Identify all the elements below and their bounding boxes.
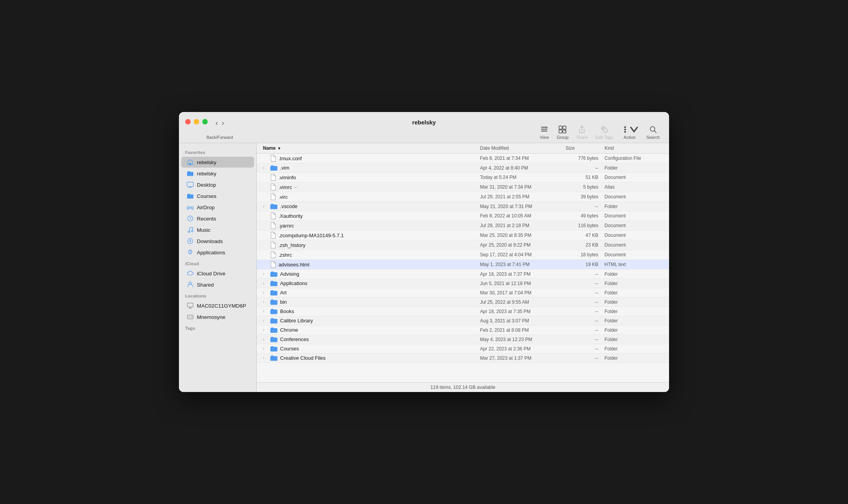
expand-arrow-icon[interactable]: ›	[263, 166, 268, 170]
file-name-text: Art	[280, 290, 287, 296]
table-row[interactable]: advisees.html May 1, 2023 at 7:41 PM 19 …	[257, 260, 669, 270]
table-row[interactable]: .zsh_history Apr 25, 2020 at 9:22 PM 23 …	[257, 240, 669, 250]
file-kind-text: Folder	[604, 290, 663, 296]
desktop-icon	[187, 181, 194, 188]
expand-arrow-icon[interactable]: ›	[263, 328, 268, 332]
sidebar-item-courses[interactable]: Courses	[181, 191, 254, 201]
toolbar: rebelsky ‹ › Back/Forward View	[179, 112, 669, 143]
file-kind-text: Document	[604, 252, 663, 257]
back-button[interactable]: ‹	[214, 118, 219, 128]
file-kind-text: Document	[604, 175, 663, 180]
table-row[interactable]: .virc Jul 29, 2021 at 2:55 PM 39 bytes D…	[257, 192, 669, 202]
doc-file-icon	[270, 251, 276, 258]
table-row[interactable]: › Conferences May 4, 2023 at 12:23 PM --…	[257, 335, 669, 344]
sidebar-item-rebelsky-home[interactable]: rebelsky	[181, 157, 254, 168]
expand-arrow-icon[interactable]: ›	[263, 204, 268, 208]
favorites-section-title: Favorites	[179, 147, 256, 156]
expand-arrow-icon[interactable]: ›	[263, 300, 268, 304]
table-row[interactable]: .yarnrc Jul 29, 2021 at 2:18 PM 116 byte…	[257, 221, 669, 231]
sidebar-item-recents[interactable]: Recents	[181, 213, 254, 224]
table-row[interactable]: .Xauthority Feb 8, 2022 at 10:05 AM 49 b…	[257, 211, 669, 221]
svg-rect-1	[541, 129, 547, 130]
table-row[interactable]: .tmux.conf Feb 8, 2021 at 7:34 PM 776 by…	[257, 154, 669, 163]
table-row[interactable]: › Books Apr 18, 2023 at 7:35 PM -- Folde…	[257, 307, 669, 316]
expand-arrow-icon[interactable]: ›	[263, 272, 268, 276]
table-row[interactable]: .zshrc Sep 17, 2022 at 4:04 PM 18 bytes …	[257, 250, 669, 260]
col-name-header[interactable]: Name ▼	[263, 145, 480, 151]
expand-arrow-icon[interactable]: ›	[263, 337, 268, 341]
sidebar-item-downloads[interactable]: Downloads	[181, 236, 254, 247]
sidebar-item-icloud-drive[interactable]: iCloud Drive	[181, 268, 254, 279]
sidebar-item-label-shared: Shared	[197, 282, 214, 288]
svg-point-22	[191, 317, 192, 317]
file-kind-text: Folder	[604, 355, 663, 361]
share-button[interactable]: Share	[573, 125, 591, 140]
table-row[interactable]: › Applications Jun 5, 2021 at 12:18 PM -…	[257, 279, 669, 288]
minimize-button[interactable]	[194, 119, 199, 124]
file-size-text: --	[566, 355, 604, 361]
table-row[interactable]: .vimrc ↩ Mar 31, 2020 at 7:34 PM 5 bytes…	[257, 182, 669, 192]
sidebar-item-mac[interactable]: MAC02C11GYMD6P	[181, 300, 254, 311]
file-date-text: Sep 17, 2022 at 4:04 PM	[480, 252, 566, 257]
table-row[interactable]: › Creative Cloud Files Mar 27, 2023 at 1…	[257, 354, 669, 363]
sidebar-item-label-airdrop: AirDrop	[197, 205, 215, 210]
expand-arrow-icon[interactable]: ›	[263, 318, 268, 323]
table-row[interactable]: › Calibre Library Aug 3, 2021 at 3:07 PM…	[257, 316, 669, 326]
file-size-text: --	[566, 337, 604, 342]
sidebar-item-music[interactable]: Music	[181, 224, 254, 235]
expand-arrow-icon[interactable]: ›	[263, 356, 268, 360]
main-content: Favorites rebelsky rebelsky	[179, 143, 669, 392]
group-button[interactable]: Group	[554, 125, 572, 140]
search-button[interactable]: Search	[643, 125, 663, 140]
col-size-header[interactable]: Size	[566, 145, 604, 151]
finder-window: rebelsky ‹ › Back/Forward View	[179, 112, 669, 392]
icloud-icon	[187, 270, 194, 277]
sidebar-item-rebelsky[interactable]: rebelsky	[181, 168, 254, 179]
file-name-text: .vimrc	[279, 184, 292, 190]
view-button[interactable]: View	[536, 125, 552, 140]
table-row[interactable]: › .vscode May 21, 2020 at 7:31 PM -- Fol…	[257, 202, 669, 211]
table-row[interactable]: .viminfo Today at 5:24 PM 51 KB Document	[257, 173, 669, 182]
file-name-text: .vscode	[280, 203, 298, 209]
edit-tags-button[interactable]: Edit Tags	[592, 125, 616, 140]
folder-file-icon	[270, 317, 278, 324]
action-chevron-icon	[630, 125, 638, 134]
file-kind-text: Configuration File	[604, 156, 663, 161]
file-kind-text: Folder	[604, 309, 663, 314]
col-date-header[interactable]: Date Modified	[480, 145, 566, 151]
sidebar-item-desktop[interactable]: Desktop	[181, 179, 254, 190]
table-row[interactable]: › Chrome Feb 2, 2021 at 8:08 PM -- Folde…	[257, 326, 669, 335]
expand-arrow-icon[interactable]: ›	[263, 309, 268, 313]
file-name-text: Books	[280, 308, 294, 314]
table-row[interactable]: › .vim Apr 4, 2022 at 8:40 PM -- Folder	[257, 163, 669, 173]
table-row[interactable]: › Advising Apr 18, 2023 at 7:37 PM -- Fo…	[257, 270, 669, 279]
doc-file-icon	[270, 242, 276, 248]
forward-button[interactable]: ›	[220, 118, 226, 128]
sidebar-item-label-music: Music	[197, 227, 210, 233]
table-row[interactable]: › Art Mar 30, 2017 at 7:04 PM -- Folder	[257, 288, 669, 298]
action-button[interactable]: Action	[618, 125, 641, 140]
fullscreen-button[interactable]	[202, 119, 208, 124]
col-kind-header[interactable]: Kind	[604, 145, 663, 151]
expand-arrow-icon[interactable]: ›	[263, 346, 268, 351]
file-date-text: May 4, 2023 at 12:23 PM	[480, 337, 566, 342]
expand-arrow-icon[interactable]: ›	[263, 281, 268, 285]
shared-icon	[187, 281, 194, 288]
folder-file-icon	[270, 308, 278, 315]
sidebar-item-shared[interactable]: Shared	[181, 279, 254, 290]
close-button[interactable]	[185, 119, 191, 124]
sidebar-item-airdrop[interactable]: AirDrop	[181, 202, 254, 213]
sidebar-item-applications[interactable]: Applications	[181, 247, 254, 258]
file-size-text: --	[566, 346, 604, 352]
sidebar-item-mnemosyne[interactable]: Mnemosyne	[181, 312, 254, 322]
status-text: 119 items, 102.14 GB available	[431, 385, 496, 390]
table-row[interactable]: › Courses Apr 22, 2023 at 2:36 PM -- Fol…	[257, 344, 669, 354]
file-size-text: --	[566, 327, 604, 333]
table-row[interactable]: › bin Jul 25, 2022 at 9:55 AM -- Folder	[257, 298, 669, 307]
svg-rect-12	[189, 163, 191, 165]
table-row[interactable]: .zcompdump-MA10149-5.7.1 Mar 25, 2020 at…	[257, 231, 669, 240]
expand-arrow-icon[interactable]: ›	[263, 290, 268, 295]
group-icon	[558, 125, 567, 134]
folder-file-icon	[270, 164, 278, 171]
file-kind-text: Folder	[604, 346, 663, 352]
